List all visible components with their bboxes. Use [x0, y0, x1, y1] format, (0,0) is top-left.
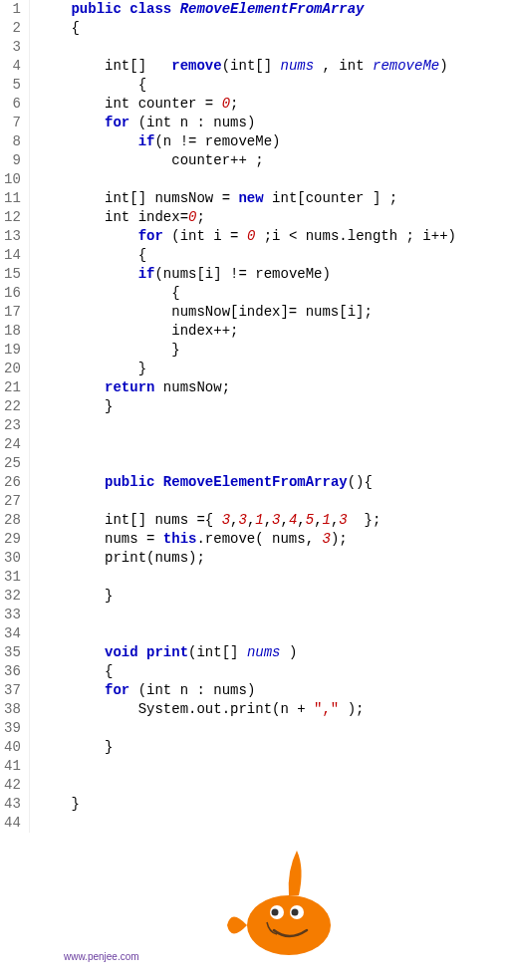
code-line: int[] numsNow = new int[counter ] ; — [38, 189, 456, 208]
code-line: { — [38, 246, 456, 265]
line-number-gutter: 1234567891011121314151617181920212223242… — [0, 0, 30, 833]
code-line — [38, 170, 456, 189]
line-number: 8 — [4, 132, 21, 151]
line-number: 25 — [4, 454, 21, 473]
code-line — [38, 568, 456, 587]
line-number: 42 — [4, 776, 21, 795]
code-content: public class RemoveElementFromArray { in… — [30, 0, 456, 833]
line-number: 26 — [4, 473, 21, 492]
code-line: } — [38, 360, 456, 378]
code-line: { — [38, 284, 456, 303]
fish-logo-icon — [219, 831, 359, 970]
line-number: 17 — [4, 303, 21, 322]
code-line: for (int n : nums) — [38, 681, 456, 700]
code-line: print(nums); — [38, 549, 456, 568]
line-number: 33 — [4, 606, 21, 624]
code-line — [38, 757, 456, 776]
line-number: 2 — [4, 19, 21, 38]
line-number: 23 — [4, 416, 21, 435]
line-number: 39 — [4, 719, 21, 738]
line-number: 28 — [4, 511, 21, 530]
code-line: int[] nums ={ 3,3,1,3,4,5,1,3 }; — [38, 511, 456, 530]
line-number: 18 — [4, 322, 21, 341]
code-line: void print(int[] nums ) — [38, 643, 456, 662]
line-number: 27 — [4, 492, 21, 511]
line-number: 4 — [4, 57, 21, 76]
line-number: 31 — [4, 568, 21, 587]
code-line — [38, 624, 456, 643]
code-line: for (int i = 0 ;i < nums.length ; i++) — [38, 227, 456, 246]
line-number: 41 — [4, 757, 21, 776]
line-number: 22 — [4, 397, 21, 416]
code-line: int[] remove(int[] nums , int removeMe) — [38, 57, 456, 76]
line-number: 6 — [4, 95, 21, 114]
code-line — [38, 776, 456, 795]
code-line — [38, 416, 456, 435]
line-number: 3 — [4, 38, 21, 57]
code-line: { — [38, 19, 456, 38]
code-line: nums = this.remove( nums, 3); — [38, 530, 456, 549]
code-line: counter++ ; — [38, 151, 456, 170]
line-number: 16 — [4, 284, 21, 303]
line-number: 29 — [4, 530, 21, 549]
code-editor: 1234567891011121314151617181920212223242… — [0, 0, 506, 833]
code-line: index++; — [38, 322, 456, 341]
code-line — [38, 454, 456, 473]
line-number: 10 — [4, 170, 21, 189]
code-line: numsNow[index]= nums[i]; — [38, 303, 456, 322]
code-line: { — [38, 76, 456, 95]
line-number: 24 — [4, 435, 21, 454]
line-number: 9 — [4, 151, 21, 170]
code-line: return numsNow; — [38, 378, 456, 397]
line-number: 36 — [4, 662, 21, 681]
line-number: 44 — [4, 814, 21, 833]
line-number: 40 — [4, 738, 21, 757]
code-line: for (int n : nums) — [38, 114, 456, 132]
line-number: 30 — [4, 549, 21, 568]
line-number: 35 — [4, 643, 21, 662]
code-line: } — [38, 795, 456, 814]
line-number: 37 — [4, 681, 21, 700]
svg-point-0 — [247, 895, 331, 955]
line-number: 12 — [4, 208, 21, 227]
line-number: 15 — [4, 265, 21, 284]
line-number: 19 — [4, 341, 21, 360]
code-line: int counter = 0; — [38, 95, 456, 114]
code-line: System.out.print(n + "," ); — [38, 700, 456, 719]
code-line — [38, 435, 456, 454]
code-line: int index=0; — [38, 208, 456, 227]
line-number: 5 — [4, 76, 21, 95]
line-number: 20 — [4, 360, 21, 378]
code-line: } — [38, 341, 456, 360]
code-line: } — [38, 587, 456, 606]
svg-point-2 — [272, 909, 279, 916]
line-number: 43 — [4, 795, 21, 814]
line-number: 34 — [4, 624, 21, 643]
code-line: if(nums[i] != removeMe) — [38, 265, 456, 284]
line-number: 13 — [4, 227, 21, 246]
code-line — [38, 606, 456, 624]
code-line — [38, 719, 456, 738]
code-line — [38, 38, 456, 57]
line-number: 38 — [4, 700, 21, 719]
line-number: 21 — [4, 378, 21, 397]
footer-url: www.penjee.com — [64, 951, 139, 962]
svg-point-4 — [292, 909, 299, 916]
code-line: } — [38, 738, 456, 757]
code-line: if(n != removeMe) — [38, 132, 456, 151]
code-line: { — [38, 662, 456, 681]
line-number: 32 — [4, 587, 21, 606]
line-number: 7 — [4, 114, 21, 132]
line-number: 14 — [4, 246, 21, 265]
code-line: } — [38, 397, 456, 416]
code-line: public class RemoveElementFromArray — [38, 0, 456, 19]
line-number: 1 — [4, 0, 21, 19]
code-line: public RemoveElementFromArray(){ — [38, 473, 456, 492]
code-line — [38, 492, 456, 511]
line-number: 11 — [4, 189, 21, 208]
